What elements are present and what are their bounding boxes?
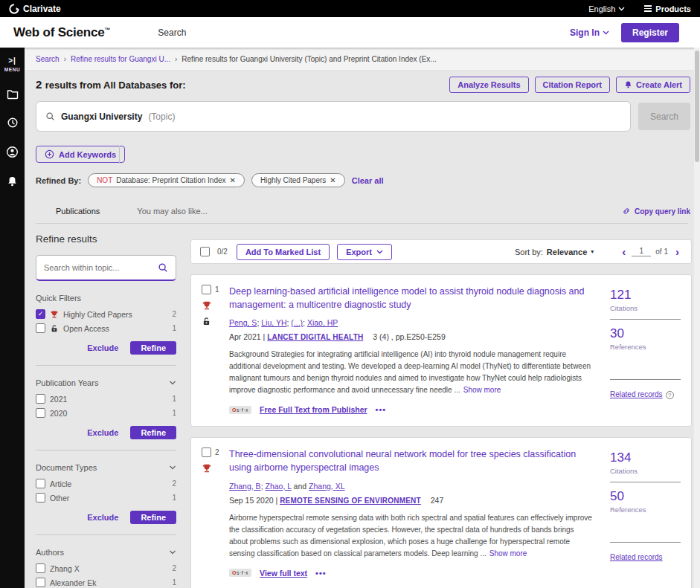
author-separator: and bbox=[292, 482, 309, 491]
checkbox-highly-cited[interactable] bbox=[36, 309, 45, 319]
remove-filter-icon[interactable]: ✕ bbox=[230, 176, 236, 184]
more-options-icon[interactable]: ••• bbox=[376, 405, 387, 414]
sfx-resolver-badge[interactable]: Os·f·x bbox=[229, 569, 251, 577]
menu-expand-icon[interactable]: >| bbox=[8, 56, 16, 65]
account-icon[interactable] bbox=[6, 146, 19, 158]
checkbox-other[interactable] bbox=[36, 493, 45, 503]
show-more-link[interactable]: Show more bbox=[489, 549, 527, 558]
related-records-link[interactable]: Related records bbox=[610, 390, 663, 398]
checkbox-2021[interactable] bbox=[36, 394, 45, 404]
author-link[interactable]: (...) bbox=[291, 318, 303, 327]
facet-actions: Exclude Refine bbox=[36, 426, 176, 439]
breadcrumb-search[interactable]: Search bbox=[36, 55, 60, 63]
sign-in-link[interactable]: Sign In bbox=[570, 28, 609, 38]
facet-document-types-header[interactable]: Document Types bbox=[36, 463, 176, 472]
chevron-down-icon bbox=[169, 550, 176, 555]
facet-quick-filters-items: Highly Cited Papers 2 Open Access 1 bbox=[36, 308, 176, 334]
facet-label[interactable]: 2021 bbox=[50, 395, 67, 404]
result-title-link[interactable]: Deep learning-based artificial intellige… bbox=[229, 285, 594, 311]
trophy-icon bbox=[202, 300, 212, 311]
search-query-box[interactable]: Guangxi University (Topic) bbox=[36, 101, 631, 132]
divider bbox=[119, 146, 120, 164]
page-number-input[interactable]: 1 bbox=[632, 247, 651, 256]
facet-item-other: Other 1 bbox=[36, 492, 176, 503]
author-link[interactable]: Xiao, HP bbox=[307, 318, 338, 327]
journal-link[interactable]: LANCET DIGITAL HEALTH bbox=[267, 333, 363, 341]
copy-query-link[interactable]: Copy query link bbox=[622, 207, 690, 216]
facet-label[interactable]: Other bbox=[50, 494, 69, 503]
facet-authors-header[interactable]: Authors bbox=[36, 548, 176, 557]
help-icon[interactable]: ? bbox=[666, 391, 674, 399]
checkbox-article[interactable] bbox=[36, 479, 45, 488]
facet-label[interactable]: Open Access bbox=[63, 324, 109, 333]
tab-publications[interactable]: Publications bbox=[56, 207, 100, 216]
web-of-science-logo[interactable]: Web of Science™ bbox=[13, 25, 110, 40]
refine-button[interactable]: Refine bbox=[130, 341, 176, 355]
exclude-link[interactable]: Exclude bbox=[87, 428, 118, 437]
analyze-results-button[interactable]: Analyze Results bbox=[449, 77, 528, 93]
divider bbox=[36, 534, 176, 535]
remove-filter-icon[interactable]: ✕ bbox=[330, 176, 335, 184]
full-text-link[interactable]: Free Full Text from Publisher bbox=[260, 405, 367, 414]
sfx-resolver-badge[interactable]: Os·f·x bbox=[229, 406, 251, 414]
breadcrumb-refine-short[interactable]: Refine results for Guangxi U... bbox=[71, 55, 170, 63]
pagination-top: ‹ 1 of 1 › bbox=[619, 245, 682, 258]
facet-label[interactable]: Highly Cited Papers bbox=[63, 310, 132, 319]
full-text-link[interactable]: View full text bbox=[260, 569, 307, 578]
checkbox-author[interactable] bbox=[36, 563, 45, 573]
register-button[interactable]: Register bbox=[621, 23, 679, 42]
products-menu[interactable]: Products bbox=[644, 4, 691, 13]
tab-you-may-also-like[interactable]: You may also like... bbox=[137, 207, 207, 216]
bell-icon[interactable] bbox=[7, 175, 18, 187]
clear-all-link[interactable]: Clear all bbox=[352, 176, 384, 185]
more-options-icon[interactable]: ••• bbox=[315, 569, 327, 578]
result-checkbox[interactable] bbox=[202, 448, 211, 457]
chevron-down-icon bbox=[376, 250, 383, 254]
citation-report-button[interactable]: Citation Report bbox=[535, 77, 610, 93]
result-authors: Peng, S; Liu, YH; (...); Xiao, HP bbox=[229, 318, 594, 327]
result-checkbox[interactable] bbox=[202, 285, 211, 294]
facet-label[interactable]: 2020 bbox=[50, 409, 67, 418]
facet-label[interactable]: Alexander Ek bbox=[50, 578, 96, 587]
refine-button[interactable]: Refine bbox=[130, 426, 176, 439]
checkbox-author[interactable] bbox=[36, 578, 45, 587]
history-icon[interactable] bbox=[7, 117, 19, 129]
checkbox-2020[interactable] bbox=[36, 408, 45, 418]
author-link[interactable]: Zhao, L bbox=[265, 482, 291, 491]
author-link[interactable]: Liu, YH bbox=[261, 318, 286, 327]
journal-link[interactable]: REMOTE SENSING OF ENVIRONMENT bbox=[280, 497, 421, 505]
search-button[interactable]: Search bbox=[638, 103, 690, 130]
add-keywords-button[interactable]: Add Keywords bbox=[36, 146, 125, 163]
create-alert-button[interactable]: Create Alert bbox=[616, 77, 690, 93]
refine-button[interactable]: Refine bbox=[130, 511, 176, 524]
prev-page-icon[interactable]: ‹ bbox=[619, 245, 629, 258]
clarivate-logo[interactable]: Clarivate bbox=[9, 4, 61, 14]
search-within-input[interactable] bbox=[44, 263, 153, 272]
result-title-link[interactable]: Three-dimensional convolutional neural n… bbox=[229, 448, 594, 474]
facet-label[interactable]: Zhang X bbox=[50, 564, 80, 573]
scrollbar-track bbox=[694, 48, 700, 588]
next-page-icon[interactable]: › bbox=[672, 245, 682, 258]
folder-icon[interactable] bbox=[7, 89, 19, 100]
page-total: of 1 bbox=[655, 248, 668, 256]
related-records-link[interactable]: Related records bbox=[610, 553, 663, 561]
sort-control[interactable]: Sort by: Relevance ▾ bbox=[515, 248, 594, 256]
export-button[interactable]: Export bbox=[337, 244, 392, 260]
exclude-link[interactable]: Exclude bbox=[87, 513, 118, 522]
exclude-link[interactable]: Exclude bbox=[87, 343, 118, 352]
scrollbar-thumb[interactable] bbox=[695, 51, 699, 162]
search-icon[interactable] bbox=[158, 262, 168, 273]
facet-publication-years-header[interactable]: Publication Years bbox=[36, 378, 176, 387]
language-selector[interactable]: English bbox=[588, 4, 625, 13]
view-tabs: Publications You may also like... bbox=[56, 207, 208, 216]
checkbox-open-access[interactable] bbox=[36, 323, 45, 333]
select-all-checkbox[interactable] bbox=[200, 247, 210, 256]
citations-count: 134 bbox=[610, 450, 681, 465]
nav-search-link[interactable]: Search bbox=[158, 28, 186, 38]
author-link[interactable]: Zhang, B bbox=[229, 482, 261, 491]
author-link[interactable]: Peng, S bbox=[229, 318, 257, 327]
author-link[interactable]: Zhang, XL bbox=[309, 482, 344, 491]
facet-label[interactable]: Article bbox=[50, 479, 71, 488]
show-more-link[interactable]: Show more bbox=[463, 386, 501, 394]
add-to-marked-list-button[interactable]: Add To Marked List bbox=[237, 244, 330, 260]
